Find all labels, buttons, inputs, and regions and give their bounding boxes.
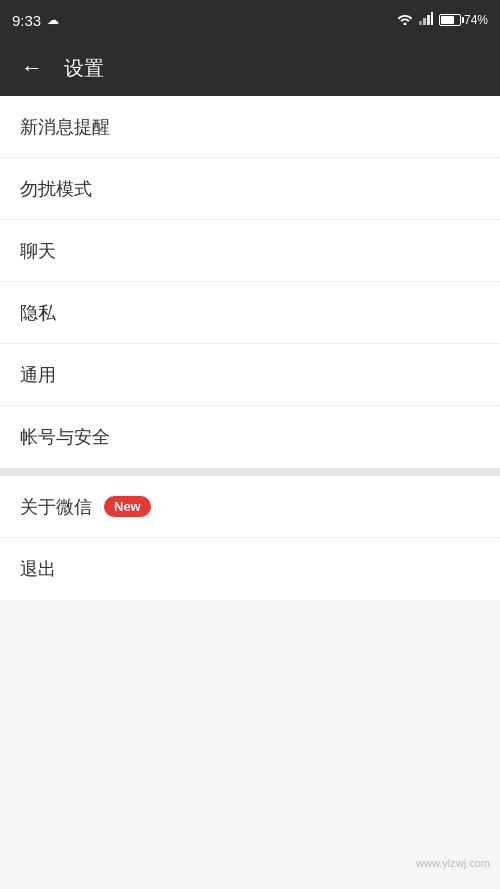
menu-item-logout[interactable]: 退出 — [0, 538, 500, 600]
menu-item-label: 隐私 — [20, 301, 56, 325]
status-right: 74% — [397, 12, 488, 28]
bottom-area: www.ylzwj.com — [0, 600, 500, 889]
menu-item-chat[interactable]: 聊天 — [0, 220, 500, 282]
svg-rect-4 — [431, 12, 433, 25]
cell-signal-icon — [419, 12, 433, 28]
menu-item-dnd[interactable]: 勿扰模式 — [0, 158, 500, 220]
wifi-icon — [397, 12, 413, 28]
status-bar: 9:33 ☁ 74% — [0, 0, 500, 40]
menu-item-label: 聊天 — [20, 239, 56, 263]
watermark: www.ylzwj.com — [416, 857, 490, 869]
menu-item-label: 关于微信 — [20, 495, 92, 519]
menu-item-label: 勿扰模式 — [20, 177, 92, 201]
menu-item-general[interactable]: 通用 — [0, 344, 500, 406]
menu-item-label: 退出 — [20, 557, 56, 581]
menu-section-2: 关于微信 New 退出 — [0, 476, 500, 600]
settings-content: 新消息提醒 勿扰模式 聊天 隐私 通用 帐号与安全 关于微信 New 退出 ww… — [0, 96, 500, 889]
status-time: 9:33 — [12, 12, 41, 29]
menu-item-label: 新消息提醒 — [20, 115, 110, 139]
battery-fill — [441, 16, 454, 24]
new-badge: New — [104, 496, 151, 517]
svg-rect-3 — [427, 15, 430, 25]
battery-icon — [439, 14, 461, 26]
svg-point-0 — [403, 23, 406, 26]
back-button[interactable]: ← — [16, 52, 48, 84]
svg-rect-2 — [423, 18, 426, 25]
back-icon: ← — [21, 55, 43, 81]
menu-item-label: 通用 — [20, 363, 56, 387]
menu-item-account[interactable]: 帐号与安全 — [0, 406, 500, 468]
cloud-icon: ☁ — [47, 13, 59, 27]
menu-section-1: 新消息提醒 勿扰模式 聊天 隐私 通用 帐号与安全 — [0, 96, 500, 468]
menu-item-label: 帐号与安全 — [20, 425, 110, 449]
menu-item-about[interactable]: 关于微信 New — [0, 476, 500, 538]
toolbar: ← 设置 — [0, 40, 500, 96]
menu-item-new-message[interactable]: 新消息提醒 — [0, 96, 500, 158]
section-divider — [0, 468, 500, 476]
svg-rect-1 — [419, 21, 422, 25]
page-title: 设置 — [64, 55, 104, 82]
menu-item-privacy[interactable]: 隐私 — [0, 282, 500, 344]
battery-container: 74% — [439, 13, 488, 27]
battery-percent: 74% — [464, 13, 488, 27]
status-left: 9:33 ☁ — [12, 12, 59, 29]
